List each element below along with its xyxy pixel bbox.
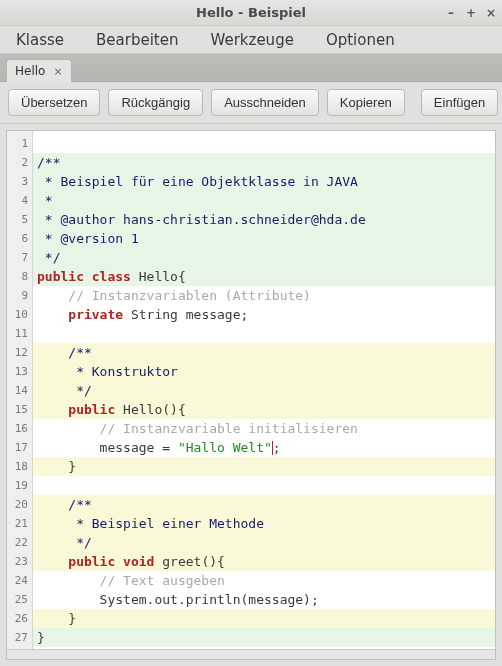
line-number: 17: [7, 438, 32, 457]
code-line[interactable]: */: [33, 248, 495, 267]
code-line[interactable]: // Instanzvariable initialisieren: [33, 419, 495, 438]
compile-button[interactable]: Übersetzen: [8, 89, 100, 116]
line-number: 8: [7, 267, 32, 286]
line-number: 7: [7, 248, 32, 267]
horizontal-scrollbar[interactable]: [7, 649, 495, 659]
code-line[interactable]: /**: [33, 495, 495, 514]
menu-optionen[interactable]: Optionen: [320, 29, 401, 51]
line-number: 1: [7, 134, 32, 153]
tab-label: Hello: [15, 64, 45, 78]
tab-hello[interactable]: Hello ×: [6, 59, 72, 82]
code-line[interactable]: */: [33, 381, 495, 400]
code-line[interactable]: */: [33, 533, 495, 552]
code-line[interactable]: [33, 324, 495, 343]
code-line[interactable]: }: [33, 609, 495, 628]
line-number: 6: [7, 229, 32, 248]
tabbar: Hello ×: [0, 54, 502, 82]
code-line[interactable]: message = "Hallo Welt";: [33, 438, 495, 457]
line-number: 24: [7, 571, 32, 590]
menu-bearbeiten[interactable]: Bearbeiten: [90, 29, 184, 51]
code-line[interactable]: /**: [33, 153, 495, 172]
line-number: 12: [7, 343, 32, 362]
code-line[interactable]: }: [33, 628, 495, 647]
window-titlebar: Hello - Beispiel – + ×: [0, 0, 502, 26]
maximize-icon[interactable]: +: [464, 6, 478, 20]
line-number: 18: [7, 457, 32, 476]
window-controls: – + ×: [444, 6, 498, 20]
line-number: 19: [7, 476, 32, 495]
copy-button[interactable]: Kopieren: [327, 89, 405, 116]
line-number: 25: [7, 590, 32, 609]
code-line[interactable]: [33, 476, 495, 495]
line-number: 2: [7, 153, 32, 172]
close-icon[interactable]: ×: [484, 6, 498, 20]
code-line[interactable]: // Instanzvariablen (Attribute): [33, 286, 495, 305]
menubar: Klasse Bearbeiten Werkzeuge Optionen: [0, 26, 502, 54]
tab-close-icon[interactable]: ×: [53, 66, 62, 77]
code-line[interactable]: * Konstruktor: [33, 362, 495, 381]
line-number: 22: [7, 533, 32, 552]
minimize-icon[interactable]: –: [444, 6, 458, 20]
editor-panel: 1234567891011121314151617181920212223242…: [6, 130, 496, 660]
code-line[interactable]: [33, 134, 495, 153]
line-number: 27: [7, 628, 32, 647]
line-number: 9: [7, 286, 32, 305]
editor-scroll: 1234567891011121314151617181920212223242…: [7, 131, 495, 649]
line-number: 20: [7, 495, 32, 514]
line-number: 23: [7, 552, 32, 571]
line-number: 26: [7, 609, 32, 628]
code-line[interactable]: * @version 1: [33, 229, 495, 248]
line-number-gutter: 1234567891011121314151617181920212223242…: [7, 131, 33, 649]
code-area[interactable]: /** * Beispiel für eine Objektklasse in …: [33, 131, 495, 649]
cut-button[interactable]: Ausschneiden: [211, 89, 319, 116]
toolbar: Übersetzen Rückgängig Ausschneiden Kopie…: [0, 82, 502, 124]
text-cursor: [272, 441, 273, 455]
menu-klasse[interactable]: Klasse: [10, 29, 70, 51]
line-number: 14: [7, 381, 32, 400]
code-line[interactable]: public class Hello{: [33, 267, 495, 286]
code-line[interactable]: *: [33, 191, 495, 210]
line-number: 10: [7, 305, 32, 324]
code-line[interactable]: * Beispiel einer Methode: [33, 514, 495, 533]
line-number: 4: [7, 191, 32, 210]
code-line[interactable]: private String message;: [33, 305, 495, 324]
code-line[interactable]: public void greet(){: [33, 552, 495, 571]
line-number: 13: [7, 362, 32, 381]
line-number: 21: [7, 514, 32, 533]
code-line[interactable]: * @author hans-christian.schneider@hda.d…: [33, 210, 495, 229]
code-line[interactable]: public Hello(){: [33, 400, 495, 419]
code-line[interactable]: }: [33, 457, 495, 476]
undo-button[interactable]: Rückgängig: [108, 89, 203, 116]
line-number: 5: [7, 210, 32, 229]
code-line[interactable]: System.out.println(message);: [33, 590, 495, 609]
line-number: 16: [7, 419, 32, 438]
line-number: 3: [7, 172, 32, 191]
code-line[interactable]: * Beispiel für eine Objektklasse in JAVA: [33, 172, 495, 191]
menu-werkzeuge[interactable]: Werkzeuge: [204, 29, 299, 51]
line-number: 15: [7, 400, 32, 419]
line-number: 11: [7, 324, 32, 343]
code-line[interactable]: // Text ausgeben: [33, 571, 495, 590]
code-line[interactable]: /**: [33, 343, 495, 362]
paste-button[interactable]: Einfügen: [421, 89, 498, 116]
window-title: Hello - Beispiel: [0, 5, 502, 20]
